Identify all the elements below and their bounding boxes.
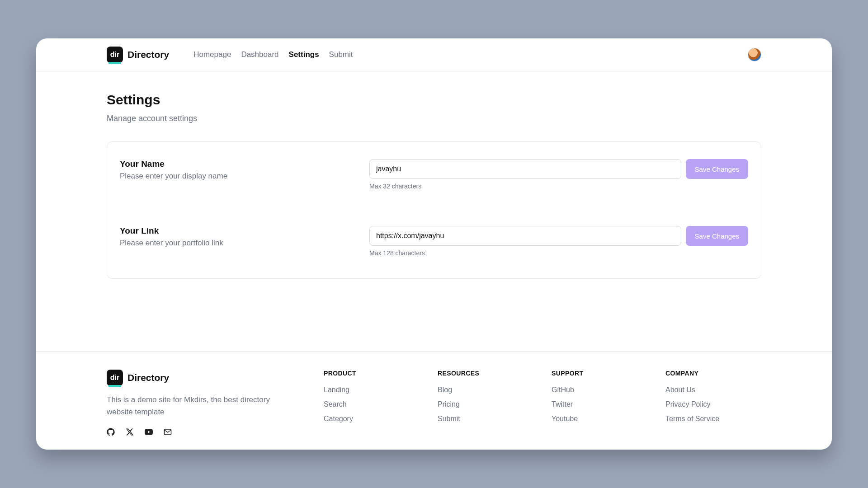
link-input[interactable] [369, 226, 681, 246]
footer-link[interactable]: Blog [438, 386, 533, 394]
topbar: dir Directory Homepage Dashboard Setting… [36, 38, 832, 71]
link-help: Please enter your portfolio link [120, 239, 355, 248]
footer-brand-name: Directory [127, 372, 169, 383]
nav-submit[interactable]: Submit [329, 50, 353, 59]
footer-link[interactable]: Submit [438, 415, 533, 423]
social-links [107, 428, 297, 436]
footer: dir Directory This is a demo site for Mk… [36, 351, 832, 450]
page-title: Settings [107, 92, 761, 108]
footer-link[interactable]: Twitter [552, 400, 647, 408]
name-label: Your Name [120, 159, 355, 169]
settings-card: Your Name Please enter your display name… [107, 141, 761, 279]
youtube-icon[interactable] [145, 428, 153, 436]
footer-link[interactable]: Category [324, 415, 420, 423]
footer-brand[interactable]: dir Directory [107, 370, 297, 386]
save-name-button[interactable]: Save Changes [686, 159, 748, 179]
footer-brand-badge-icon: dir [107, 370, 123, 386]
footer-col-resources: RESOURCES Blog Pricing Submit [438, 370, 533, 436]
footer-col-support: SUPPORT GitHub Twitter Youtube [552, 370, 647, 436]
footer-col-product: PRODUCT Landing Search Category [324, 370, 420, 436]
nav-homepage[interactable]: Homepage [193, 50, 231, 59]
save-link-button[interactable]: Save Changes [686, 226, 748, 246]
footer-col-company: COMPANY About Us Privacy Policy Terms of… [665, 370, 761, 436]
footer-link[interactable]: About Us [665, 386, 761, 394]
footer-description: This is a demo site for Mkdirs, the best… [107, 394, 297, 418]
footer-link[interactable]: Landing [324, 386, 420, 394]
content: Settings Manage account settings Your Na… [36, 71, 832, 351]
footer-heading: RESOURCES [438, 370, 533, 377]
page-subtitle: Manage account settings [107, 114, 761, 123]
github-icon[interactable] [107, 428, 115, 436]
name-input[interactable] [369, 159, 681, 179]
footer-columns: PRODUCT Landing Search Category RESOURCE… [324, 370, 761, 436]
setting-row-link: Your Link Please enter your portfolio li… [120, 212, 748, 266]
footer-link[interactable]: Youtube [552, 415, 647, 423]
name-hint: Max 32 characters [369, 183, 748, 190]
user-avatar[interactable] [748, 48, 761, 61]
main-nav: Homepage Dashboard Settings Submit [193, 50, 353, 59]
footer-link[interactable]: GitHub [552, 386, 647, 394]
footer-heading: COMPANY [665, 370, 761, 377]
footer-link[interactable]: Privacy Policy [665, 400, 761, 408]
footer-heading: PRODUCT [324, 370, 420, 377]
app-window: dir Directory Homepage Dashboard Setting… [36, 38, 832, 450]
link-label: Your Link [120, 226, 355, 236]
footer-link[interactable]: Search [324, 400, 420, 408]
mail-icon[interactable] [164, 428, 172, 436]
link-hint: Max 128 characters [369, 249, 748, 257]
brand-logo[interactable]: dir Directory [107, 47, 169, 63]
nav-settings[interactable]: Settings [289, 50, 319, 59]
brand-badge-icon: dir [107, 47, 123, 63]
x-twitter-icon[interactable] [126, 428, 134, 436]
nav-dashboard[interactable]: Dashboard [241, 50, 278, 59]
footer-link[interactable]: Terms of Service [665, 415, 761, 423]
footer-link[interactable]: Pricing [438, 400, 533, 408]
brand-name: Directory [127, 49, 169, 60]
footer-heading: SUPPORT [552, 370, 647, 377]
name-help: Please enter your display name [120, 172, 355, 181]
setting-row-name: Your Name Please enter your display name… [120, 155, 748, 212]
